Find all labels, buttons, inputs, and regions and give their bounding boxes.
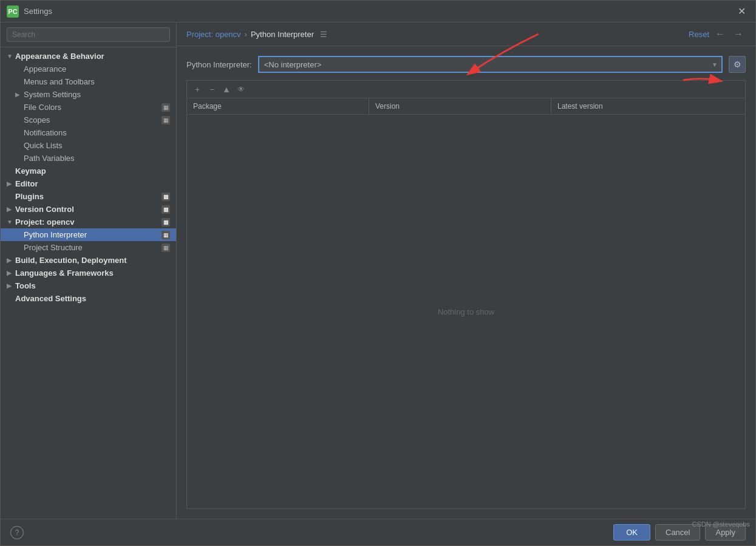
arrow-icon: ▶ xyxy=(7,180,15,187)
sidebar-item-label: Appearance xyxy=(24,64,170,73)
arrow-icon: ▶ xyxy=(7,282,15,289)
interpreter-label: Python Interpreter: xyxy=(186,60,252,69)
search-box xyxy=(1,22,176,47)
bottom-bar: ? OK Cancel Apply xyxy=(1,519,755,545)
sidebar-item-label: File Colors xyxy=(24,103,159,112)
arrow-icon: ▼ xyxy=(7,53,15,60)
select-wrapper: <No interpreter>Python 3.9Python 3.8Pyth… xyxy=(258,56,723,73)
sidebar-item-quick-lists[interactable]: Quick Lists xyxy=(1,139,176,152)
sidebar-item-label: Plugins xyxy=(15,192,159,201)
sidebar-item-editor[interactable]: ▶Editor xyxy=(1,177,176,190)
main-content: ▼Appearance & BehaviorAppearanceMenus an… xyxy=(1,22,755,519)
dialog-title: Settings xyxy=(24,7,52,16)
column-latest-version: Latest version xyxy=(551,98,745,114)
sidebar-item-path-variables[interactable]: Path Variables xyxy=(1,152,176,165)
badge-icon: ▦ xyxy=(162,244,170,252)
sidebar-item-label: Project: opencv xyxy=(15,217,159,227)
package-toolbar: + − ▲ 👁 xyxy=(186,80,746,98)
sidebar-item-tools[interactable]: ▶Tools xyxy=(1,279,176,292)
sidebar-item-keymap[interactable]: Keymap xyxy=(1,165,176,177)
search-input[interactable] xyxy=(7,27,170,42)
nav-forward-button[interactable]: → xyxy=(731,27,746,41)
title-bar: PC Settings ✕ xyxy=(1,1,755,22)
sidebar-tree: ▼Appearance & BehaviorAppearanceMenus an… xyxy=(1,47,176,519)
interpreter-select[interactable]: <No interpreter>Python 3.9Python 3.8Pyth… xyxy=(258,56,723,73)
sidebar-item-languages-frameworks[interactable]: ▶Languages & Frameworks xyxy=(1,267,176,279)
sidebar-item-appearance-behavior[interactable]: ▼Appearance & Behavior xyxy=(1,50,176,63)
right-panel: Project: opencv › Python Interpreter ☰ R… xyxy=(177,22,755,519)
sidebar-item-label: Notifications xyxy=(24,128,170,137)
sidebar-item-version-control[interactable]: ▶Version Control▦ xyxy=(1,203,176,216)
sidebar-item-appearance[interactable]: Appearance xyxy=(1,63,176,75)
sidebar-item-label: Project Structure xyxy=(24,243,159,252)
breadcrumb-parent[interactable]: Project: opencv xyxy=(186,30,241,39)
sidebar-item-label: Quick Lists xyxy=(24,141,170,150)
arrow-icon: ▼ xyxy=(7,219,15,225)
sidebar-item-python-interpreter[interactable]: Python Interpreter▦ xyxy=(1,228,176,241)
sidebar-item-advanced-settings[interactable]: Advanced Settings xyxy=(1,292,176,305)
breadcrumb-separator: › xyxy=(245,30,247,39)
eye-button[interactable]: 👁 xyxy=(234,83,248,96)
ok-button[interactable]: OK xyxy=(613,524,650,541)
remove-package-button[interactable]: − xyxy=(205,83,219,96)
close-button[interactable]: ✕ xyxy=(734,4,749,18)
sidebar-item-label: Build, Execution, Deployment xyxy=(15,256,170,265)
sidebar-item-scopes[interactable]: Scopes▦ xyxy=(1,114,176,126)
package-table: Package Version Latest version Nothing t… xyxy=(186,98,746,509)
watermark: CSDN @steveqobs xyxy=(692,520,750,528)
sidebar-item-label: Python Interpreter xyxy=(24,230,159,239)
sidebar-item-project-structure[interactable]: Project Structure▦ xyxy=(1,241,176,254)
reset-link[interactable]: Reset xyxy=(689,30,709,39)
sidebar-item-label: System Settings xyxy=(24,90,170,99)
sidebar-item-build-execution[interactable]: ▶Build, Execution, Deployment xyxy=(1,254,176,267)
badge-icon: ▦ xyxy=(162,218,170,227)
sidebar-item-system-settings[interactable]: ▶System Settings xyxy=(1,88,176,101)
bottom-bar-left: ? xyxy=(10,526,24,539)
sidebar-item-plugins[interactable]: Plugins▦ xyxy=(1,190,176,203)
arrow-icon: ▶ xyxy=(7,206,15,213)
column-version: Version xyxy=(369,98,551,114)
sidebar-item-notifications[interactable]: Notifications xyxy=(1,126,176,139)
badge-icon: ▦ xyxy=(162,116,170,125)
table-header: Package Version Latest version xyxy=(187,98,745,115)
interpreter-row: Python Interpreter: <No interpreter>Pyth… xyxy=(186,56,746,73)
breadcrumb-current: Python Interpreter xyxy=(251,30,314,39)
settings-dialog: PC Settings ✕ ▼Appearance & BehaviorAppe… xyxy=(0,0,756,546)
breadcrumb: Project: opencv › Python Interpreter ☰ xyxy=(186,30,327,39)
gear-button[interactable]: ⚙ xyxy=(729,56,746,73)
sidebar-item-label: Menus and Toolbars xyxy=(24,77,170,86)
sidebar: ▼Appearance & BehaviorAppearanceMenus an… xyxy=(1,22,177,519)
sidebar-item-label: Version Control xyxy=(15,205,159,214)
sidebar-item-file-colors[interactable]: File Colors▦ xyxy=(1,101,176,114)
title-bar-left: PC Settings xyxy=(7,5,52,18)
add-package-button[interactable]: + xyxy=(191,83,204,96)
sidebar-item-label: Keymap xyxy=(15,166,170,176)
up-button[interactable]: ▲ xyxy=(220,83,233,96)
pin-icon[interactable]: ☰ xyxy=(320,30,327,39)
sidebar-item-project-opencv[interactable]: ▼Project: opencv▦ xyxy=(1,216,176,228)
nav-back-button[interactable]: ← xyxy=(713,27,727,41)
sidebar-item-label: Appearance & Behavior xyxy=(15,52,170,61)
app-icon: PC xyxy=(7,5,19,18)
arrow-icon: ▶ xyxy=(7,257,15,264)
sidebar-item-label: Languages & Frameworks xyxy=(15,268,170,278)
help-button[interactable]: ? xyxy=(10,526,24,539)
sidebar-item-label: Editor xyxy=(15,179,170,188)
sidebar-item-label: Path Variables xyxy=(24,154,170,163)
sidebar-item-menus-toolbars[interactable]: Menus and Toolbars xyxy=(1,75,176,88)
arrow-icon: ▶ xyxy=(7,270,15,276)
sidebar-item-label: Scopes xyxy=(24,115,159,125)
column-package: Package xyxy=(187,98,369,114)
empty-message: Nothing to show xyxy=(438,307,494,316)
sidebar-item-label: Advanced Settings xyxy=(15,294,170,303)
right-panel-wrapper: Project: opencv › Python Interpreter ☰ R… xyxy=(177,22,755,519)
panel-header: Project: opencv › Python Interpreter ☰ R… xyxy=(177,22,755,46)
arrow-icon: ▶ xyxy=(15,91,24,98)
panel-nav: Reset ← → xyxy=(689,27,746,41)
badge-icon: ▦ xyxy=(162,103,170,112)
sidebar-item-label: Tools xyxy=(15,281,170,290)
badge-icon: ▦ xyxy=(162,205,170,214)
badge-icon: ▦ xyxy=(162,231,170,239)
badge-icon: ▦ xyxy=(162,193,170,201)
table-body-empty: Nothing to show xyxy=(187,115,745,508)
